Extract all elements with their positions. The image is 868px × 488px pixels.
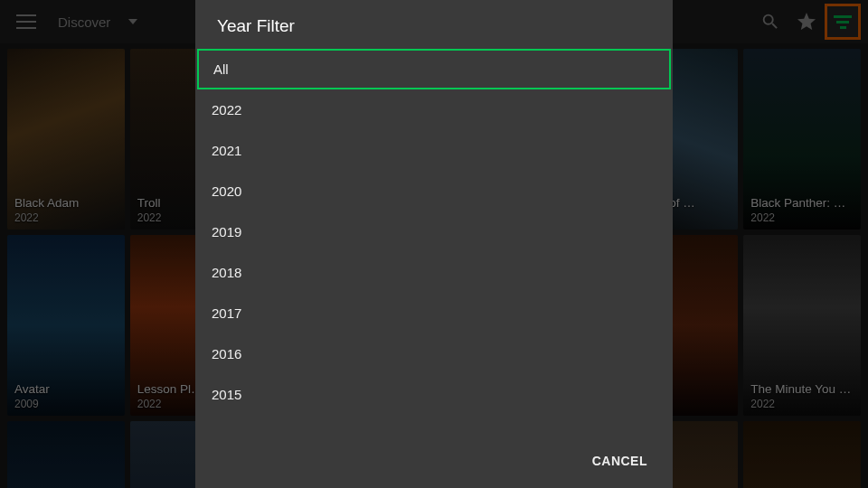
year-option[interactable]: All (197, 49, 671, 89)
year-option[interactable]: 2019 (195, 211, 673, 252)
year-option-list: All20222021202020192018201720162015 (195, 49, 673, 437)
cancel-button[interactable]: CANCEL (581, 446, 658, 475)
dialog-actions: CANCEL (195, 437, 673, 488)
year-option[interactable]: 2018 (195, 252, 673, 293)
year-option[interactable]: 2022 (195, 89, 673, 130)
year-option[interactable]: 2015 (195, 374, 673, 415)
year-option[interactable]: 2020 (195, 171, 673, 211)
year-option[interactable]: 2021 (195, 130, 673, 171)
year-option[interactable]: 2016 (195, 333, 673, 374)
year-filter-dialog: Year Filter All2022202120202019201820172… (195, 0, 673, 488)
dialog-title: Year Filter (195, 0, 673, 49)
year-option[interactable]: 2017 (195, 293, 673, 333)
